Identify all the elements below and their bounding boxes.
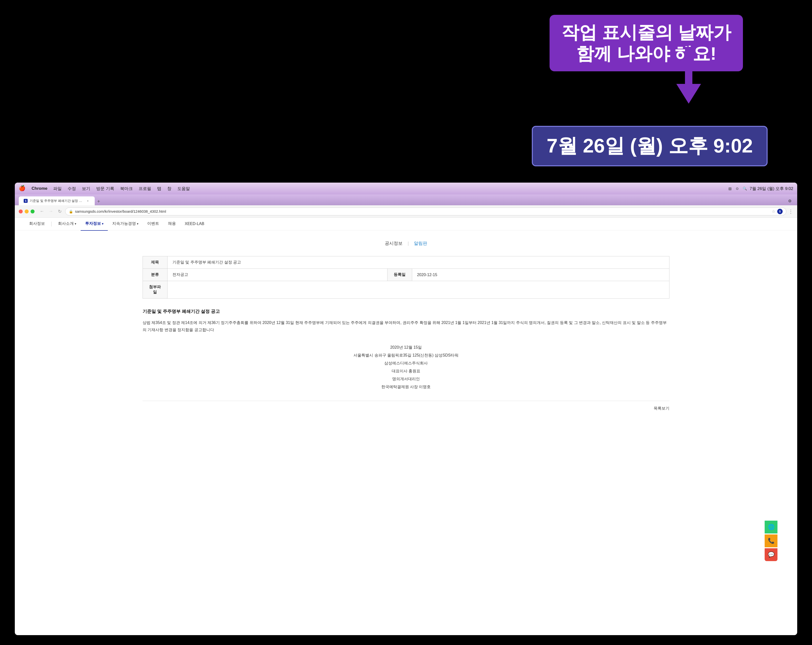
breadcrumb-parent[interactable]: 공시정보 xyxy=(385,241,403,246)
list-button-area: 목록보기 xyxy=(143,406,669,411)
lock-icon: 🔒 xyxy=(69,209,73,214)
table-value-category: 전자공고 xyxy=(167,269,387,281)
menu-item-edit[interactable]: 수정 xyxy=(65,185,79,193)
nav-item-careers[interactable]: 채용 xyxy=(163,217,180,231)
breadcrumb-separator: | xyxy=(408,241,409,246)
traffic-lights xyxy=(19,209,35,214)
apple-menu-icon[interactable]: 🍎 xyxy=(19,185,26,192)
menu-clock: 7월 26일 (월) 오후 9:02 xyxy=(749,186,793,191)
forward-button[interactable]: → xyxy=(47,208,54,215)
menu-item-help[interactable]: 도움말 xyxy=(174,185,193,193)
annotation-text-line1: 작업 표시줄의 날짜가 xyxy=(562,22,731,43)
back-button[interactable]: ← xyxy=(38,208,46,215)
wifi-icon: ⊙ xyxy=(735,186,740,191)
more-options-button[interactable]: ⋮ xyxy=(788,208,793,214)
nav-item-company-info[interactable]: 회사정보 xyxy=(24,217,49,231)
maximize-window-button[interactable] xyxy=(31,209,35,214)
extension-icon[interactable]: S xyxy=(777,209,783,214)
tab-favicon: S xyxy=(24,199,27,203)
table-label-category: 분류 xyxy=(143,269,167,281)
article-title: 기준일 및 주주명부 폐쇄기간 설정 공고 xyxy=(143,309,669,314)
site-nav: 회사정보 회사소개▾ 투자정보▾ 지속가능경영▾ 이벤트 채용 XEED-LAB xyxy=(15,218,797,231)
table-label-date: 등록일 xyxy=(387,269,412,281)
tab-bar-right: ⚙ xyxy=(786,197,793,204)
bookmark-icon[interactable]: ☆ xyxy=(772,209,775,214)
menu-item-view[interactable]: 보기 xyxy=(79,185,93,193)
nav-item-investor[interactable]: 투자정보▾ xyxy=(81,217,108,231)
arrow-head xyxy=(676,84,701,104)
datetime-text: 7월 26일 (월) 오후 9:02 xyxy=(546,133,753,159)
battery-icon: ▨ xyxy=(727,186,732,191)
article-body: 기준일 및 주주명부 폐쇄기간 설정 공고 상법 제354조 및 정관 제14조… xyxy=(143,309,669,391)
breadcrumb-current[interactable]: 알림판 xyxy=(414,241,427,246)
arrow-shaft xyxy=(685,47,692,84)
phone-float-button[interactable]: 📞 xyxy=(765,535,777,547)
table-label-attachment: 첨부파일 xyxy=(143,281,167,298)
table-value-title: 기준일 및 주주명부 폐쇄기간 설정 공고 xyxy=(167,256,669,269)
table-value-date: 2020-12-15 xyxy=(412,269,669,281)
menu-item-window[interactable]: 창 xyxy=(164,185,174,193)
menu-item-history[interactable]: 방문 기록 xyxy=(93,185,117,193)
nav-separator xyxy=(51,222,52,226)
center-line-1: 서울특별시 송파구 올림픽로35길 125(신천동) 삼성SDS타워 xyxy=(143,352,669,359)
tab-close-button[interactable]: × xyxy=(86,199,90,203)
list-back-button[interactable]: 목록보기 xyxy=(654,406,669,410)
page-content: 공시정보 | 알림판 제목 기준일 및 주주명부 폐쇄기간 설정 공고 분류 전… xyxy=(15,231,797,421)
chat-float-button[interactable]: 💬 xyxy=(765,548,777,561)
info-table: 제목 기준일 및 주주명부 폐쇄기간 설정 공고 분류 전자공고 등록일 202… xyxy=(143,256,669,298)
search-icon[interactable]: 🔍 xyxy=(742,186,747,191)
center-line-4: 명의개서대리인 xyxy=(143,375,669,383)
table-value-attachment xyxy=(167,281,669,298)
reload-button[interactable]: ↻ xyxy=(56,208,63,215)
globe-float-button[interactable]: 🌐 xyxy=(765,521,777,533)
menu-item-tab[interactable]: 탭 xyxy=(154,185,164,193)
menu-item-file[interactable]: 파일 xyxy=(50,185,65,193)
center-line-2: 삼성에스디에스주식회사 xyxy=(143,359,669,367)
browser-controls: ← → ↻ 🔒 samsungsds.com/kr/investor/board… xyxy=(15,205,797,218)
breadcrumb-area: 공시정보 | 알림판 xyxy=(30,240,782,246)
annotation-bubble: 작업 표시줄의 날짜가 함께 나와야 해요! xyxy=(549,15,743,71)
floating-buttons: 🌐 📞 💬 xyxy=(765,521,777,561)
article-text: 상법 제354조 및 정관 제14조에 의거 제36기 정기주주총회를 위하여 … xyxy=(143,319,669,333)
menu-item-bookmarks[interactable]: 북마크 xyxy=(117,185,136,193)
center-line-3: 대표이사 홍원표 xyxy=(143,367,669,375)
annotation-text-line2: 함께 나와야 해요! xyxy=(562,43,731,64)
nav-item-sustainability[interactable]: 지속가능경영▾ xyxy=(108,217,143,231)
table-label-title: 제목 xyxy=(143,256,167,269)
new-tab-button[interactable]: + xyxy=(95,199,102,204)
address-text[interactable]: samsungsds.com/kr/investor/board/1246038… xyxy=(75,209,770,214)
table-row-category: 분류 전자공고 등록일 2020-12-15 xyxy=(143,269,669,281)
mac-window: 🍎 Chrome 파일 수정 보기 방문 기록 북마크 프로필 탭 창 도움말 … xyxy=(15,183,797,635)
tab-bar: S 기준일 및 주주명부 폐쇄기간 설정 공 ... × + ⚙ xyxy=(15,194,797,205)
tab-title: 기준일 및 주주명부 폐쇄기간 설정 공 ... xyxy=(30,199,84,203)
nav-item-about[interactable]: 회사소개▾ xyxy=(53,217,81,231)
nav-item-xeed-lab[interactable]: XEED-LAB xyxy=(180,218,209,231)
tab-bar-settings-icon[interactable]: ⚙ xyxy=(786,197,793,204)
menu-right: ▨ ⊙ 🔍 7월 26일 (월) 오후 9:02 xyxy=(727,186,793,191)
active-tab[interactable]: S 기준일 및 주주명부 폐쇄기간 설정 공 ... × xyxy=(19,196,95,205)
article-center-info: 2020년 12월 15일 서울특별시 송파구 올림픽로35길 125(신천동)… xyxy=(143,344,669,391)
table-row-title: 제목 기준일 및 주주명부 폐쇄기간 설정 공고 xyxy=(143,256,669,269)
datetime-badge: 7월 26일 (월) 오후 9:02 xyxy=(532,126,768,166)
menu-item-profile[interactable]: 프로필 xyxy=(136,185,154,193)
center-line-5: 한국예탁결제원 사장 이명호 xyxy=(143,383,669,391)
address-bar[interactable]: 🔒 samsungsds.com/kr/investor/board/12460… xyxy=(65,208,786,216)
center-line-0: 2020년 12월 15일 xyxy=(143,344,669,352)
minimize-window-button[interactable] xyxy=(24,209,29,214)
table-row-attachment: 첨부파일 xyxy=(143,281,669,298)
menu-item-chrome[interactable]: Chrome xyxy=(29,185,50,192)
menu-bar: 🍎 Chrome 파일 수정 보기 방문 기록 북마크 프로필 탭 창 도움말 … xyxy=(15,183,797,194)
nav-item-events[interactable]: 이벤트 xyxy=(143,217,163,231)
close-window-button[interactable] xyxy=(19,209,23,214)
